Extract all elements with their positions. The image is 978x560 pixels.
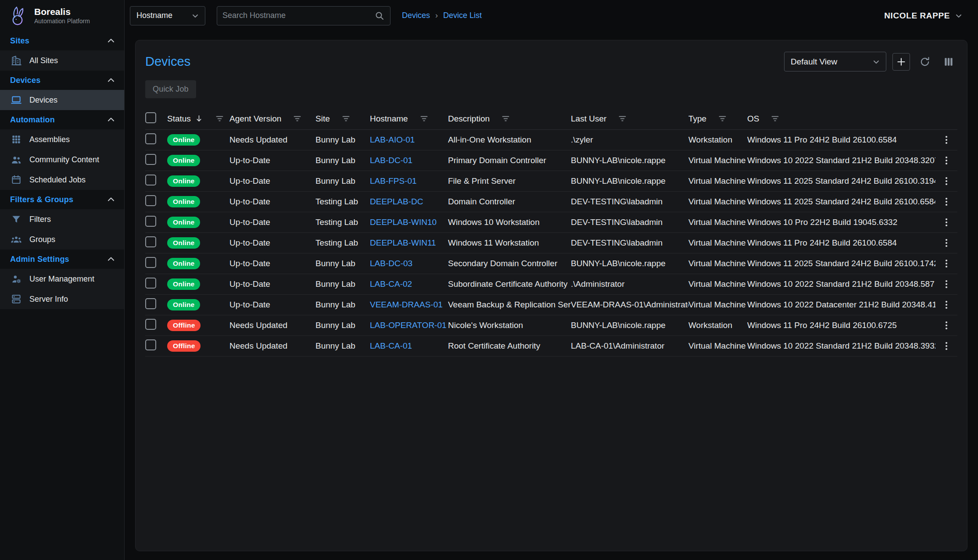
hostname-link[interactable]: VEEAM-DRAAS-01 xyxy=(370,300,443,309)
row-menu-icon[interactable] xyxy=(941,279,952,289)
hostname-link[interactable]: LAB-DC-03 xyxy=(370,259,412,268)
row-menu-icon[interactable] xyxy=(941,176,952,186)
sidebar-item-scheduled-jobs[interactable]: Scheduled Jobs xyxy=(0,170,124,190)
view-selector-value: Default View xyxy=(791,57,837,67)
column-header-description[interactable]: Description xyxy=(448,114,571,124)
hostname-link[interactable]: LAB-CA-01 xyxy=(370,341,412,350)
hostname-link[interactable]: LAB-DC-01 xyxy=(370,156,412,165)
sidebar-item-assemblies[interactable]: Assemblies xyxy=(0,129,124,150)
sidebar-item-devices[interactable]: Devices xyxy=(0,90,124,110)
column-header-os[interactable]: OS xyxy=(747,114,935,124)
type-cell: Virtual Machine xyxy=(688,279,747,289)
refresh-button[interactable] xyxy=(916,53,934,71)
column-header-hostname[interactable]: Hostname xyxy=(370,114,448,124)
row-menu-icon[interactable] xyxy=(941,258,952,269)
breadcrumb-devices[interactable]: Devices xyxy=(402,11,430,20)
filter-icon[interactable] xyxy=(618,114,627,123)
sidebar-item-user-management[interactable]: User Management xyxy=(0,269,124,289)
search-input[interactable] xyxy=(222,11,374,20)
sidebar-section-header[interactable]: Devices xyxy=(0,71,124,90)
agent-version-cell: Up-to-Date xyxy=(229,279,315,289)
description-cell: Nicole's Workstation xyxy=(448,321,571,330)
row-menu-icon[interactable] xyxy=(941,300,952,310)
agent-version-cell: Needs Updated xyxy=(229,321,315,330)
filter-icon[interactable] xyxy=(501,114,510,123)
sidebar-section-header[interactable]: Filters & Groups xyxy=(0,190,124,209)
table-row: Online Up-to-Date Bunny Lab LAB-FPS-01 F… xyxy=(145,171,957,192)
hostname-link[interactable]: DEEPLAB-WIN11 xyxy=(370,238,436,247)
row-checkbox[interactable] xyxy=(145,216,156,227)
filter-icon[interactable] xyxy=(293,114,302,123)
user-menu[interactable]: NICOLE RAPPE xyxy=(884,11,964,21)
add-view-button[interactable] xyxy=(892,53,910,71)
refresh-icon xyxy=(919,56,931,68)
row-menu-icon[interactable] xyxy=(941,135,952,145)
chevron-up-icon xyxy=(106,254,116,264)
sidebar-section-header[interactable]: Admin Settings xyxy=(0,250,124,269)
hostname-link[interactable]: LAB-OPERATOR-01 xyxy=(370,321,447,330)
sidebar-item-community-content[interactable]: Community Content xyxy=(0,150,124,170)
breadcrumb-device-list[interactable]: Device List xyxy=(443,11,482,20)
row-menu-icon[interactable] xyxy=(941,238,952,248)
row-checkbox[interactable] xyxy=(145,236,156,247)
row-checkbox[interactable] xyxy=(145,339,156,350)
sidebar-section-header[interactable]: Sites xyxy=(0,31,124,50)
quick-job-button[interactable]: Quick Job xyxy=(145,80,196,98)
row-menu-icon[interactable] xyxy=(941,320,952,331)
row-checkbox[interactable] xyxy=(145,298,156,309)
filter-icon[interactable] xyxy=(215,114,224,123)
agent-version-cell: Up-to-Date xyxy=(229,238,315,248)
sidebar-item-filters[interactable]: Filters xyxy=(0,209,124,229)
hostname-link[interactable]: DEEPLAB-DC xyxy=(370,197,423,206)
filter-icon[interactable] xyxy=(718,114,727,123)
table-row: Online Up-to-Date Bunny Lab VEEAM-DRAAS-… xyxy=(145,295,957,315)
server-info-icon xyxy=(11,293,22,305)
search-icon[interactable] xyxy=(374,11,385,21)
sidebar-item-label: Server Info xyxy=(29,295,68,304)
row-checkbox[interactable] xyxy=(145,195,156,206)
row-checkbox[interactable] xyxy=(145,175,156,185)
row-menu-icon[interactable] xyxy=(941,196,952,207)
os-cell: Windows 11 2025 Standard 24H2 Build 2610… xyxy=(747,176,935,186)
brand: Borealis Automation Platform xyxy=(0,0,124,31)
sidebar-item-all-sites[interactable]: All Sites xyxy=(0,50,124,71)
column-header-last-user[interactable]: Last User xyxy=(571,114,688,124)
column-settings-button[interactable] xyxy=(940,53,957,71)
column-header-status[interactable]: Status xyxy=(167,114,229,124)
hostname-link[interactable]: LAB-FPS-01 xyxy=(370,176,417,185)
site-cell: Bunny Lab xyxy=(315,341,370,351)
hostname-link[interactable]: LAB-CA-02 xyxy=(370,279,412,289)
sidebar-section-header[interactable]: Automation xyxy=(0,110,124,129)
row-checkbox[interactable] xyxy=(145,133,156,144)
column-label: Type xyxy=(688,114,706,124)
column-header-site[interactable]: Site xyxy=(315,114,370,124)
row-menu-icon[interactable] xyxy=(941,155,952,166)
column-label: Hostname xyxy=(370,114,408,124)
hostname-link[interactable]: LAB-AIO-01 xyxy=(370,135,415,144)
filter-icon[interactable] xyxy=(419,114,429,123)
filter-icon[interactable] xyxy=(341,114,351,123)
type-cell: Workstation xyxy=(688,321,747,330)
section-items: Filters Groups xyxy=(0,209,124,250)
select-all-checkbox[interactable] xyxy=(145,112,156,123)
search-field-selector[interactable]: Hostname xyxy=(130,6,205,25)
all-sites-icon xyxy=(11,55,22,66)
row-checkbox[interactable] xyxy=(145,257,156,268)
row-menu-icon[interactable] xyxy=(941,217,952,228)
sidebar-item-label: User Management xyxy=(29,275,94,284)
column-header-type[interactable]: Type xyxy=(688,114,747,124)
view-selector[interactable]: Default View xyxy=(784,52,886,71)
row-checkbox[interactable] xyxy=(145,319,156,330)
row-checkbox[interactable] xyxy=(145,278,156,289)
row-menu-icon[interactable] xyxy=(941,341,952,351)
column-header-agent-version[interactable]: Agent Version xyxy=(229,114,315,124)
site-cell: Bunny Lab xyxy=(315,321,370,330)
sidebar-item-server-info[interactable]: Server Info xyxy=(0,289,124,309)
select-all-cell xyxy=(145,112,167,125)
filter-icon[interactable] xyxy=(770,114,780,123)
section-items: User Management Server Info xyxy=(0,269,124,309)
hostname-link[interactable]: DEEPLAB-WIN10 xyxy=(370,218,437,227)
sidebar-item-groups[interactable]: Groups xyxy=(0,229,124,250)
row-checkbox[interactable] xyxy=(145,154,156,165)
sidebar-item-label: All Sites xyxy=(29,56,58,65)
